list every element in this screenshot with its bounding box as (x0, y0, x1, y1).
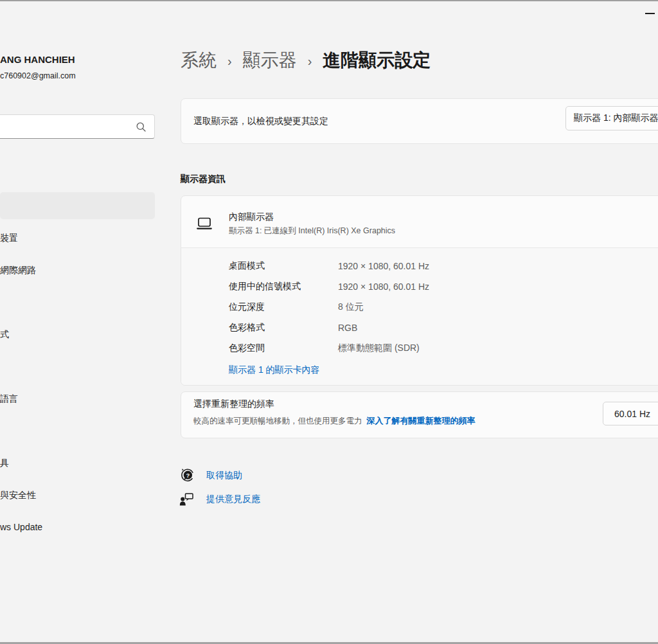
sidebar-item-windows-update[interactable]: ws Update (0, 514, 155, 541)
window-top-edge (0, 0, 658, 1)
detail-label: 桌面模式 (229, 260, 338, 272)
detail-label: 位元深度 (229, 301, 338, 313)
table-row: 色彩格式 RGB (229, 318, 658, 338)
give-feedback-link[interactable]: 提供意見反應 (179, 492, 260, 506)
display-details: 桌面模式 1920 × 1080, 60.01 Hz 使用中的信號模式 1920… (181, 247, 658, 385)
sidebar-item-personalization[interactable] (0, 289, 155, 316)
breadcrumb-display[interactable]: 顯示器 (243, 48, 297, 73)
svg-text:?: ? (186, 472, 190, 479)
get-help-link[interactable]: ? 取得協助 (179, 468, 242, 483)
sidebar-item-bluetooth-devices[interactable]: 裝置 (0, 224, 155, 251)
minimize-dash-icon (645, 13, 655, 15)
settings-window: ANG HANCHIEH c760902@gmail.com 裝置 網際網路 式… (0, 0, 658, 644)
detail-value: 8 位元 (338, 301, 364, 313)
user-name: ANG HANCHIEH (0, 54, 75, 65)
page-title: 進階顯示設定 (323, 48, 431, 73)
sidebar-item-gaming[interactable] (0, 417, 155, 444)
display-info-section-title: 顯示器資訊 (181, 174, 226, 185)
refresh-rate-learn-more-link[interactable]: 深入了解有關重新整理的頻率 (367, 416, 476, 425)
detail-label: 色彩空間 (229, 343, 338, 354)
detail-label: 使用中的信號模式 (229, 281, 338, 292)
settings-search-box[interactable] (0, 114, 155, 139)
sidebar-item-privacy-security[interactable]: 與安全性 (0, 481, 155, 508)
refresh-rate-dropdown[interactable]: 60.01 Hz (603, 402, 658, 425)
table-row: 桌面模式 1920 × 1080, 60.01 Hz (229, 256, 658, 276)
display-info-header: 內部顯示器 顯示器 1: 已連線到 Intel(R) Iris(R) Xe Gr… (181, 196, 658, 247)
chevron-right-icon: › (227, 53, 232, 69)
internal-display-title: 內部顯示器 (229, 211, 274, 223)
chevron-right-icon: › (308, 53, 312, 69)
refresh-rate-description: 較高的速率可更順暢地移動，但也使用更多電力深入了解有關重新整理的頻率 (193, 415, 476, 427)
help-question-bubble-icon: ? (179, 468, 194, 483)
sidebar-item-apps[interactable]: 式 (0, 321, 155, 348)
person-speech-bubble-icon (179, 492, 194, 506)
minimize-button[interactable] (640, 6, 658, 21)
sidebar-item-network-internet[interactable]: 網際網路 (0, 256, 155, 283)
internal-display-subtitle: 顯示器 1: 已連線到 Intel(R) Iris(R) Xe Graphics (229, 226, 395, 237)
table-row: 位元深度 8 位元 (229, 297, 658, 318)
refresh-rate-title: 選擇重新整理的頻率 (193, 398, 274, 410)
sidebar-item-accounts[interactable] (0, 353, 155, 380)
detail-value: RGB (338, 323, 357, 333)
display-info-card: 內部顯示器 顯示器 1: 已連線到 Intel(R) Iris(R) Xe Gr… (181, 195, 658, 386)
detail-value: 標準動態範圍 (SDR) (338, 343, 420, 354)
breadcrumb-system[interactable]: 系統 (181, 48, 217, 73)
display-selector-dropdown[interactable]: 顯示器 1: 內部顯示器 (565, 106, 658, 130)
detail-value: 1920 × 1080, 60.01 Hz (338, 261, 429, 271)
table-row: 使用中的信號模式 1920 × 1080, 60.01 Hz (229, 276, 658, 297)
select-display-label: 選取顯示器，以檢視或變更其設定 (193, 116, 328, 127)
breadcrumb: 系統 › 顯示器 › 進階顯示設定 (181, 46, 431, 75)
detail-value: 1920 × 1080, 60.01 Hz (338, 282, 429, 292)
detail-label: 色彩格式 (229, 322, 338, 334)
table-row: 色彩空間 標準動態範圍 (SDR) (229, 338, 658, 359)
sidebar-item-time-language[interactable]: 語言 (0, 385, 155, 412)
refresh-rate-card: 選擇重新整理的頻率 較高的速率可更順暢地移動，但也使用更多電力深入了解有關重新整… (181, 391, 658, 438)
laptop-display-icon (197, 217, 212, 230)
display-adapter-properties-link[interactable]: 顯示器 1 的顯示卡內容 (229, 360, 658, 380)
search-icon (136, 122, 146, 132)
settings-search-input[interactable] (4, 115, 126, 138)
user-email: c760902@gmail.com (0, 71, 76, 80)
sidebar-item-system[interactable] (0, 192, 155, 219)
sidebar-item-accessibility[interactable]: 具 (0, 449, 155, 476)
